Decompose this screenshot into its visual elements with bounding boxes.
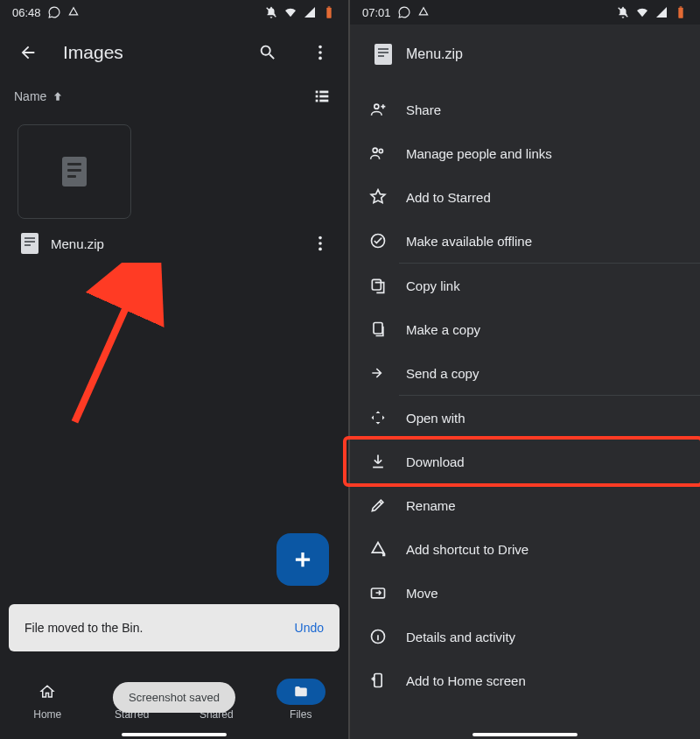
fab-add[interactable] [276,533,329,586]
status-time: 07:01 [362,6,391,19]
file-more-button[interactable] [308,231,332,256]
svg-rect-9 [319,95,328,98]
menu-move[interactable]: Move [350,571,700,615]
menu-label: Add shortcut to Drive [406,542,528,557]
file-page-icon [62,157,87,187]
list-view-icon [312,87,332,106]
drive-icon [417,6,430,18]
more-button[interactable] [303,35,338,70]
gesture-handle[interactable] [122,733,227,736]
send-icon [369,364,387,382]
menu-copy-link[interactable]: Copy link [350,264,700,307]
wifi-icon [284,5,298,19]
menu-label: Add to Starred [406,190,491,205]
menu-add-shortcut[interactable]: Add shortcut to Drive [350,527,700,571]
menu-add-starred[interactable]: Add to Starred [350,175,700,219]
menu-manage-people[interactable]: Manage people and links [350,131,700,175]
more-vert-icon [311,43,330,62]
folder-icon [293,684,309,700]
snackbar-message: File moved to the Bin. [24,621,295,635]
app-bar: Images [0,25,348,81]
svg-rect-26 [374,323,382,334]
battery-icon [322,5,336,19]
menu-label: Make a copy [406,322,480,337]
snackbar-undo[interactable]: Undo [295,621,324,635]
edit-icon [369,496,387,514]
svg-point-12 [318,236,322,240]
menu-label: Add to Home screen [406,673,526,688]
file-icon [374,44,392,65]
file-thumbnail[interactable] [18,124,131,219]
file-area: Menu.zip [0,116,348,669]
screenshot-toast: Screenshot saved [113,682,235,713]
copy-icon [369,320,387,338]
sort-toggle[interactable]: Name [14,89,64,103]
status-time: 06:48 [12,6,41,19]
svg-point-5 [318,57,322,60]
left-phone: 06:48 Images Name [0,0,350,739]
gesture-handle[interactable] [472,733,578,736]
svg-rect-7 [319,91,328,94]
bottom-sheet: Menu.zip Share Manage people and links A… [350,25,700,739]
file-name: Menu.zip [51,236,296,251]
nav-label: Home [33,708,61,721]
signal-icon [654,5,668,19]
dnd-icon [264,5,278,19]
svg-point-21 [374,104,379,109]
download-icon [369,453,387,470]
move-icon [369,584,387,602]
menu-label: Move [406,586,438,601]
dnd-icon [616,5,630,19]
status-bar: 07:01 [350,0,700,25]
sheet-filename: Menu.zip [406,46,463,62]
menu-label: Rename [406,498,456,513]
svg-rect-25 [372,279,381,290]
menu-label: Make available offline [406,234,532,249]
drive-icon [67,6,80,18]
file-row[interactable]: Menu.zip [16,219,332,268]
svg-point-3 [318,46,322,49]
whatsapp-icon [398,6,410,18]
drive-shortcut-icon [369,540,387,558]
menu-add-homescreen[interactable]: Add to Home screen [350,658,700,702]
svg-rect-20 [680,6,682,7]
plus-icon [291,548,314,571]
menu-make-copy[interactable]: Make a copy [350,307,700,351]
svg-rect-11 [319,100,328,102]
back-button[interactable] [10,35,46,70]
menu-download[interactable]: Download [350,440,654,483]
search-button[interactable] [250,35,285,70]
menu-label: Send a copy [406,366,479,381]
svg-point-14 [318,248,322,251]
info-icon [369,628,387,645]
svg-rect-2 [328,6,331,7]
sheet-header: Menu.zip [350,25,700,88]
menu-send-copy[interactable]: Send a copy [350,351,700,395]
menu-label: Share [406,102,441,117]
menu-share[interactable]: Share [350,88,700,131]
search-icon [258,43,277,62]
nav-files[interactable]: Files [266,679,336,721]
svg-rect-6 [316,91,318,94]
menu-label: Copy link [406,278,460,293]
svg-point-13 [318,242,322,245]
menu-rename[interactable]: Rename [350,483,700,527]
sort-row: Name [0,81,348,116]
nav-home[interactable]: Home [12,679,82,721]
menu-label: Open with [406,411,466,426]
menu-open-with[interactable]: Open with [350,396,700,440]
menu-details[interactable]: Details and activity [350,615,700,658]
menu-label: Manage people and links [406,146,552,161]
view-list-button[interactable] [310,84,334,109]
menu-label: Download [406,454,465,469]
link-icon [369,277,387,294]
nav-label: Files [290,708,312,721]
file-icon [21,233,38,254]
sort-label: Name [14,89,46,103]
arrow-up-icon [52,90,64,102]
right-phone: 07:01 Menu.zip Share Manage people and l… [350,0,700,739]
person-add-icon [369,101,387,118]
menu-offline[interactable]: Make available offline [350,219,700,263]
svg-rect-10 [316,100,318,102]
arrow-back-icon [18,43,38,62]
